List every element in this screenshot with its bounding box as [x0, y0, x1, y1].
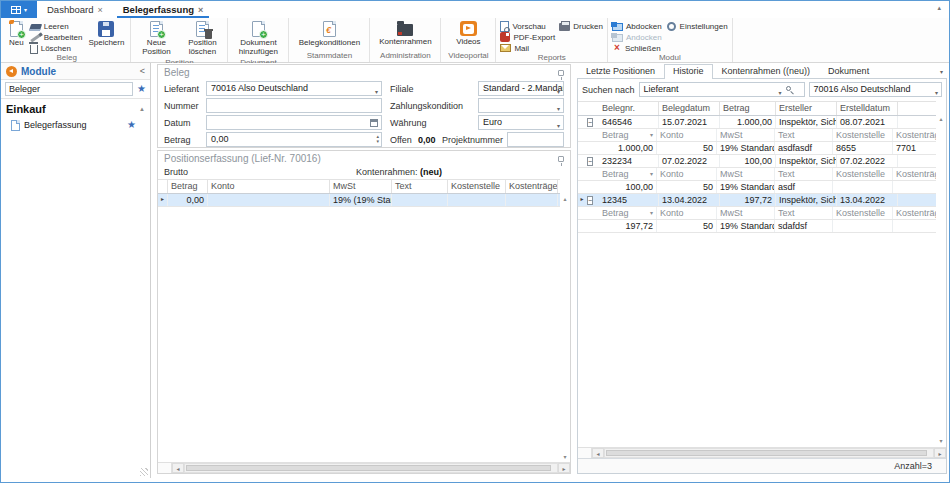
tab-overflow-icon[interactable]: ▾ [936, 68, 947, 78]
detail-column-konto[interactable]: Konto [657, 129, 717, 141]
master-row[interactable]: − 232234 07.02.2022 100,00 Inspektör, Si… [578, 155, 936, 168]
betrag-input[interactable]: 0,00 ▴▾ [206, 132, 382, 147]
scroll-right-icon[interactable]: ▸ [558, 463, 570, 473]
kontenrahmen-button[interactable]: Kontenrahmen [374, 20, 436, 48]
pdf-export-button[interactable]: PDF-Export [500, 32, 555, 42]
detail-row[interactable]: 100,00 50 19% Standard MwS... asdf [578, 181, 936, 194]
mail-button[interactable]: Mail [500, 43, 555, 53]
detail-column-text[interactable]: Text [775, 168, 833, 180]
detail-column-kostentraeger[interactable]: Kostenträger [893, 207, 936, 219]
tab-dokument[interactable]: Dokument [819, 64, 878, 78]
scrollbar-thumb[interactable] [186, 465, 551, 471]
detail-column-konto[interactable]: Konto [657, 207, 717, 219]
chevron-down-icon[interactable]: ▾ [557, 86, 560, 96]
detail-column-kostentraeger[interactable]: Kostenträger [893, 168, 936, 180]
tab-kontenrahmen-neu[interactable]: Kontenrahmen ((neu)) [713, 64, 820, 78]
detail-column-mwst[interactable]: MwSt [717, 168, 775, 180]
column-header-kostentraeger[interactable]: Kostenträger [506, 180, 558, 193]
detail-row[interactable]: 1.000,00 50 19% Standard MwS... asdfasdf… [578, 142, 936, 155]
scroll-up-icon[interactable]: ▴ [939, 115, 942, 123]
projektnummer-input[interactable] [507, 132, 564, 147]
ribbon-collapse-icon[interactable]: ▴ [937, 4, 941, 12]
leeren-button[interactable]: Leeren [30, 21, 83, 31]
vertical-scrollbar[interactable]: ▴ ▾ [936, 115, 946, 445]
column-header-kostenstelle[interactable]: Kostenstelle [448, 180, 506, 193]
detail-column-kostenstelle[interactable]: Kostenstelle [833, 129, 893, 141]
column-header-ersteller[interactable]: Ersteller [776, 102, 837, 115]
detail-column-betrag[interactable]: Betrag▾ [599, 207, 657, 219]
filiale-combo[interactable]: Standard - 2.Mandant ▾ [478, 81, 564, 96]
drucken-button[interactable]: Drucken [559, 21, 603, 31]
speichern-button[interactable]: Speichern [86, 20, 126, 49]
scroll-right-icon[interactable]: ▸ [934, 448, 946, 458]
detail-column-kostenstelle[interactable]: Kostenstelle [833, 207, 893, 219]
sidebar-collapse-icon[interactable]: < [140, 66, 145, 76]
detail-column-kostentraeger[interactable]: Kostenträger [893, 129, 936, 141]
scroll-left-icon[interactable]: ◂ [172, 463, 184, 473]
position-loeschen-button[interactable]: Position löschen [181, 20, 223, 58]
neue-position-button[interactable]: Neue Position [135, 20, 177, 58]
module-group-einkauf[interactable]: Einkauf ▲ [1, 99, 150, 117]
detail-column-text[interactable]: Text [775, 207, 833, 219]
app-menu-button[interactable]: ▾ [1, 1, 37, 18]
chevron-down-icon[interactable]: ▾ [557, 120, 560, 130]
vorschau-button[interactable]: Vorschau [500, 21, 555, 31]
column-header-konto[interactable]: Konto [208, 180, 330, 193]
positions-grid-row[interactable]: ▸ 0,00 19% (19% Standar... [158, 194, 560, 207]
list-scroll-up-icon[interactable]: ▲ [139, 106, 145, 112]
neu-button[interactable]: Neu [7, 20, 26, 49]
spinner-stepper[interactable]: ▴▾ [376, 134, 379, 144]
zahlungskondition-combo[interactable]: ▾ [478, 98, 564, 113]
abdocken-button[interactable]: Abdocken [612, 21, 662, 31]
column-header-erstelldatum[interactable]: Erstelldatum [837, 102, 898, 115]
vertical-scrollbar[interactable]: ▴ ▾ [560, 195, 570, 461]
datum-input[interactable] [206, 115, 382, 130]
einstellungen-button[interactable]: Einstellungen [666, 21, 728, 31]
belegkonditionen-button[interactable]: € Belegkonditionen [293, 20, 365, 49]
scrollbar-track[interactable] [184, 463, 558, 473]
andocken-button[interactable]: Andocken [612, 32, 662, 42]
tab-letzte-positionen[interactable]: Letzte Positionen [577, 64, 664, 78]
master-row-selected[interactable]: ▸ − 12345 13.04.2022 197,72 Inspektör, S… [578, 194, 936, 207]
collapse-box-icon[interactable]: − [587, 157, 593, 166]
search-favorite-star-icon[interactable]: ★ [137, 84, 146, 94]
column-header-betrag[interactable]: Betrag [168, 180, 208, 193]
calendar-icon[interactable] [370, 119, 378, 127]
column-header-belegdatum[interactable]: Belegdatum [659, 102, 720, 115]
tab-dashboard[interactable]: Dashboard × [37, 1, 113, 18]
scroll-left-icon[interactable]: ◂ [592, 448, 604, 458]
column-header-belegnr[interactable]: Belegnr. [599, 102, 659, 115]
tab-dashboard-close-icon[interactable]: × [97, 5, 102, 15]
horizontal-scrollbar[interactable]: ◂ ▸ [158, 462, 570, 473]
detail-row[interactable]: 197,72 50 19% Standard MwS... sdafdsf [578, 220, 936, 233]
sidebar-item-belegerfassung[interactable]: Belegerfassung ★ [1, 117, 150, 133]
bearbeiten-button[interactable]: Bearbeiten [30, 32, 83, 42]
detail-column-mwst[interactable]: MwSt [717, 129, 775, 141]
dokument-hinzufuegen-button[interactable]: Dokument hinzufügen [232, 20, 284, 58]
filter-caret-icon[interactable]: ▾ [650, 130, 653, 140]
schliessen-button[interactable]: Schließen [612, 43, 662, 53]
detail-column-konto[interactable]: Konto [657, 168, 717, 180]
loeschen-button[interactable]: Löschen [30, 43, 83, 53]
tab-belegerfassung-close-icon[interactable]: × [198, 5, 203, 15]
chevron-down-icon[interactable]: ▾ [779, 87, 782, 97]
scroll-down-icon[interactable]: ▾ [563, 453, 566, 461]
horizontal-scrollbar[interactable]: ◂ ▸ [578, 447, 946, 458]
chevron-down-icon[interactable]: ▾ [375, 86, 378, 96]
tab-historie[interactable]: Historie [664, 64, 713, 79]
column-header-mwst[interactable]: MwSt [330, 180, 392, 193]
videos-button[interactable]: Videos [445, 20, 491, 48]
nummer-input[interactable] [206, 98, 382, 113]
magnifier-icon[interactable] [786, 86, 791, 91]
module-search-input[interactable]: Beleger [5, 82, 133, 96]
detail-column-text[interactable]: Text [775, 129, 833, 141]
collapse-box-icon[interactable]: − [587, 118, 593, 127]
pushpin-icon[interactable] [558, 70, 564, 76]
filter-caret-icon[interactable]: ▾ [650, 208, 653, 218]
lieferant-combo[interactable]: 70016 Also Deutschland ▾ [206, 81, 382, 96]
column-header-betrag[interactable]: Betrag [720, 102, 776, 115]
chevron-down-icon[interactable]: ▾ [557, 103, 560, 113]
scroll-down-icon[interactable]: ▾ [939, 437, 942, 445]
detail-column-betrag[interactable]: Betrag▾ [599, 129, 657, 141]
sidebar-resize-grip[interactable] [140, 468, 148, 476]
